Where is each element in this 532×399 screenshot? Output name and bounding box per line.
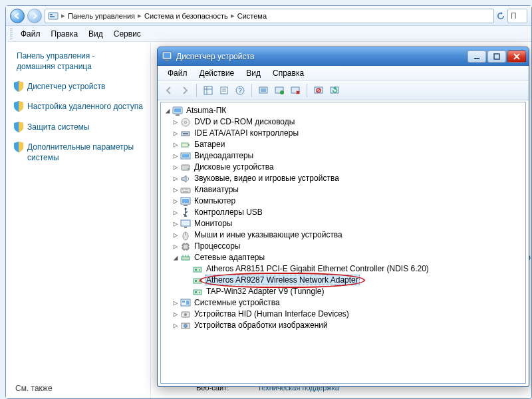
crumb-2[interactable]: Система и безопасность (144, 12, 228, 20)
sidebar-item-remote[interactable]: Настройка удаленного доступа (14, 101, 144, 112)
svg-rect-2 (50, 16, 55, 17)
menu-file[interactable]: Файл (15, 27, 46, 41)
tree-root[interactable]: ◢ Atsuma-ПК (162, 105, 524, 116)
expand-icon[interactable]: ▷ (172, 207, 180, 218)
dm-menu-file[interactable]: Файл (162, 67, 194, 79)
tree-category[interactable]: ▷ Устройства HID (Human Interface Device… (172, 309, 524, 320)
expand-icon[interactable]: ▷ (172, 128, 180, 139)
expand-icon[interactable]: ▷ (172, 150, 180, 162)
toolbar-uninstall-button[interactable] (288, 83, 303, 98)
sidebar-item-protection[interactable]: Защита системы (14, 122, 144, 132)
svg-rect-26 (183, 133, 188, 134)
collapse-icon[interactable]: ◢ (172, 252, 180, 263)
toolbar-scan-button[interactable] (256, 83, 271, 98)
tree-category[interactable]: ▷ DVD и CD-ROM дисководы (172, 116, 524, 128)
svg-rect-42 (182, 257, 190, 260)
tree-category[interactable]: ▷ Видеоадаптеры (172, 150, 524, 162)
expand-icon[interactable]: ▷ (172, 309, 180, 320)
tree-device[interactable]: Atheros AR8151 PCI-E Gigabit Ethernet Co… (181, 263, 524, 275)
expand-icon[interactable]: ▷ (172, 196, 180, 207)
dm-menu-help[interactable]: Справка (267, 67, 310, 79)
tree-category[interactable]: ▷ Компьютер (172, 196, 524, 207)
toolbar-properties-button[interactable] (217, 83, 231, 98)
toolbar-detail-button[interactable] (201, 83, 215, 98)
expand-icon[interactable]: ▷ (172, 162, 180, 173)
tree-category[interactable]: ▷ Мониторы (172, 218, 524, 229)
toolbar-update-button[interactable] (272, 83, 287, 98)
tree-device[interactable]: TAP-Win32 Adapter V9 (Tunngle) (181, 286, 524, 297)
shield-icon (14, 122, 23, 132)
tree-category[interactable]: ▷ Контроллеры USB (172, 207, 524, 218)
tree-category[interactable]: ◢ Сетевые адаптеры (172, 252, 524, 263)
crumb-1[interactable]: Панель управления (68, 12, 135, 20)
svg-rect-5 (165, 60, 169, 61)
svg-rect-30 (182, 154, 189, 158)
dm-menu-action[interactable]: Действие (194, 67, 241, 79)
menu-view[interactable]: Вид (83, 27, 108, 41)
svg-point-32 (188, 168, 189, 170)
minimize-button[interactable] (467, 51, 486, 63)
expand-icon[interactable]: ▷ (172, 320, 180, 331)
sidebar-item-label: Диспетчер устройств (27, 81, 105, 92)
vid-icon (180, 151, 191, 162)
tree-category[interactable]: ▷ Звуковые, видео и игровые устройства (172, 173, 524, 184)
svg-point-15 (280, 90, 284, 94)
toolbar-disable-button[interactable] (311, 83, 326, 98)
tree-category[interactable]: ▷ Батареи (172, 139, 524, 150)
tree-label: TAP-Win32 Adapter V9 (Tunngle) (205, 287, 325, 296)
search-input[interactable]: П (507, 9, 527, 23)
expand-icon[interactable]: ▷ (172, 229, 180, 241)
back-button[interactable] (10, 9, 25, 23)
sidebar-item-label: Защита системы (27, 122, 89, 132)
toolbar-back-button[interactable] (162, 83, 176, 98)
expand-icon[interactable]: ▷ (172, 184, 180, 196)
refresh-icon[interactable] (497, 12, 505, 20)
tree-category[interactable]: ▷ Мыши и иные указывающие устройства (172, 229, 524, 241)
title-bar[interactable]: Диспетчер устройств (158, 47, 529, 66)
svg-rect-8 (204, 86, 212, 94)
device-tree[interactable]: ◢ Atsuma-ПК ▷ DVD и CD-ROM дисководы ▷ I… (160, 102, 526, 384)
maximize-button[interactable] (487, 51, 506, 63)
shield-icon (14, 81, 23, 92)
collapse-icon[interactable]: ◢ (164, 105, 172, 116)
breadcrumb[interactable]: ▸ Панель управления ▸ Система и безопасн… (45, 9, 494, 23)
tree-category[interactable]: ▷ Дисковые устройства (172, 162, 524, 173)
toolbar-forward-button[interactable] (178, 83, 192, 98)
svg-rect-27 (182, 143, 188, 147)
tree-category[interactable]: ▷ Системные устройства (172, 297, 524, 309)
menu-edit[interactable]: Правка (46, 27, 84, 41)
tree-category[interactable]: ▷ Устройства обработки изображений (172, 320, 524, 331)
toolbar-refresh-button[interactable] (327, 83, 342, 98)
sidebar: Панель управления -домашняя страница Дис… (6, 42, 151, 398)
tree-label: Системные устройства (193, 297, 281, 309)
sidebar-item-device-manager[interactable]: Диспетчер устройств (14, 81, 144, 92)
expand-icon[interactable]: ▷ (172, 241, 180, 252)
sidebar-item-label: Дополнительные параметры системы (27, 142, 144, 163)
menu-tools[interactable]: Сервис (108, 27, 146, 41)
expand-icon[interactable]: ▷ (172, 116, 180, 128)
tree-category[interactable]: ▷ Процессоры (172, 241, 524, 252)
sidebar-home-link[interactable]: Панель управления -домашняя страница (17, 51, 144, 72)
expand-icon[interactable]: ▷ (172, 297, 180, 309)
tree-label: Компьютер (193, 196, 237, 207)
snd-icon (180, 174, 191, 184)
svg-rect-47 (195, 280, 197, 282)
tree-label: DVD и CD-ROM дисководы (193, 116, 296, 128)
expand-icon[interactable]: ▷ (172, 218, 180, 229)
ide-icon (180, 128, 191, 139)
crumb-3[interactable]: Система (237, 12, 267, 20)
disc-icon (180, 117, 191, 128)
sidebar-item-advanced[interactable]: Дополнительные параметры системы (14, 142, 144, 163)
svg-rect-4 (164, 53, 170, 58)
close-button[interactable] (507, 51, 526, 63)
tree-category[interactable]: ▷ IDE ATA/ATAPI контроллеры (172, 128, 524, 139)
toolbar-help-button[interactable]: ? (233, 83, 247, 98)
tree-label: Мыши и иные указывающие устройства (193, 229, 344, 241)
tree-device[interactable]: Atheros AR9287 Wireless Network Adapter (181, 275, 524, 286)
tree-category[interactable]: ▷ Клавиатуры (172, 184, 524, 196)
forward-button[interactable] (27, 9, 42, 23)
sys-icon (180, 298, 191, 309)
dm-menu-view[interactable]: Вид (240, 67, 267, 79)
expand-icon[interactable]: ▷ (172, 173, 180, 184)
expand-icon[interactable]: ▷ (172, 139, 180, 150)
